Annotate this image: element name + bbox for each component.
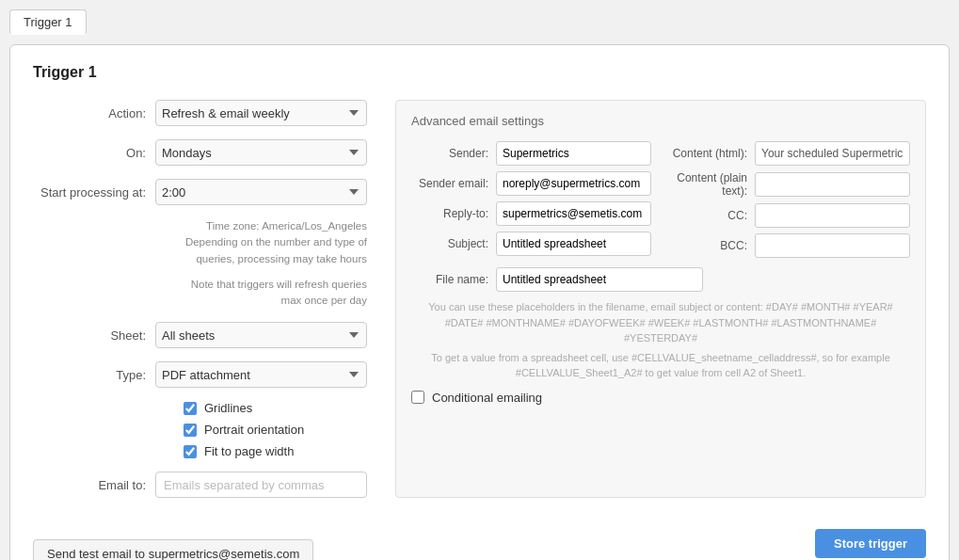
sender-email-row: Sender email: [411,171,651,196]
conditional-row: Conditional emailing [411,391,910,405]
advanced-title: Advanced email settings [411,114,910,128]
start-select[interactable]: 2:00 [155,179,367,205]
gridlines-row: Gridlines [184,401,367,415]
left-panel: Action: Refresh & email weekly On: Monda… [33,100,367,498]
content-plain-input[interactable] [755,172,910,197]
start-label: Start processing at: [33,185,155,200]
conditional-checkbox[interactable] [411,391,424,404]
filename-label: File name: [411,273,496,286]
subject-label: Subject: [411,237,496,250]
timezone-note: Time zone: America/Los_Angeles Depending… [155,218,367,267]
right-panel: Advanced email settings Sender: Sender e… [395,100,926,498]
type-row: Type: PDF attachment [33,361,367,388]
sheet-row: Sheet: All sheets [33,322,367,348]
bottom-bar: Send test email to supermetrics@semetis.… [33,519,926,560]
replyto-label: Reply-to: [411,207,496,220]
on-select[interactable]: Mondays [155,139,367,166]
emailto-label: Email to: [33,478,155,492]
subject-input[interactable] [496,232,651,256]
action-row: Action: Refresh & email weekly [33,100,367,126]
content-html-row: Content (html): [670,141,910,166]
start-row: Start processing at: 2:00 [33,179,367,205]
cc-label: CC: [670,209,755,222]
sender-label: Sender: [411,147,496,160]
filename-row: File name: [411,267,910,292]
sheet-select[interactable]: All sheets [155,322,367,348]
advanced-grid: Sender: Sender email: Reply-to: Subject: [411,141,910,260]
filename-input[interactable] [496,267,703,292]
bcc-label: BCC: [670,239,755,252]
gridlines-label: Gridlines [204,401,252,415]
bcc-row: BCC: [670,233,910,258]
action-select[interactable]: Refresh & email weekly [155,100,367,126]
cell-note: To get a value from a spreadsheet cell, … [411,350,910,381]
placeholder-note: You can use these placeholders in the fi… [411,299,910,346]
on-label: On: [33,146,155,160]
cc-row: CC: [670,203,910,228]
sender-email-input[interactable] [496,171,651,196]
on-row: On: Mondays [33,139,367,166]
portrait-label: Portrait orientation [204,423,304,437]
sheet-label: Sheet: [33,328,155,343]
replyto-row: Reply-to: [411,201,651,226]
main-card: Trigger 1 Action: Refresh & email weekly… [9,44,950,560]
content-plain-label: Content (plain text): [670,171,755,198]
gridlines-checkbox[interactable] [184,402,197,415]
adv-left-col: Sender: Sender email: Reply-to: Subject: [411,141,651,260]
refresh-note: Note that triggers will refresh queries … [155,277,367,310]
content-plain-row: Content (plain text): [670,171,910,198]
adv-right-col: Content (html): Content (plain text): CC… [670,141,910,260]
subject-row: Subject: [411,232,651,256]
portrait-checkbox[interactable] [184,424,197,437]
sender-email-label: Sender email: [411,177,496,190]
conditional-label: Conditional emailing [432,391,542,405]
type-label: Type: [33,368,155,382]
fitwidth-checkbox[interactable] [184,445,197,458]
action-label: Action: [33,106,155,120]
emailto-row: Email to: [33,472,367,498]
test-email-button[interactable]: Send test email to supermetrics@semetis.… [33,539,313,560]
type-select[interactable]: PDF attachment [155,361,367,388]
cc-input[interactable] [755,203,910,228]
content-html-input[interactable] [755,141,910,166]
trigger-tab[interactable]: Trigger 1 [9,9,87,35]
content-area: Action: Refresh & email weekly On: Monda… [33,100,926,498]
sender-row: Sender: [411,141,651,166]
card-title: Trigger 1 [33,64,926,81]
content-html-label: Content (html): [670,147,755,160]
replyto-input[interactable] [496,201,651,226]
fitwidth-row: Fit to page width [184,444,367,458]
sender-input[interactable] [496,141,651,166]
emailto-input[interactable] [155,472,367,498]
fitwidth-label: Fit to page width [204,444,294,458]
store-trigger-button[interactable]: Store trigger [815,529,926,558]
bcc-input[interactable] [755,233,910,258]
portrait-row: Portrait orientation [184,423,367,437]
